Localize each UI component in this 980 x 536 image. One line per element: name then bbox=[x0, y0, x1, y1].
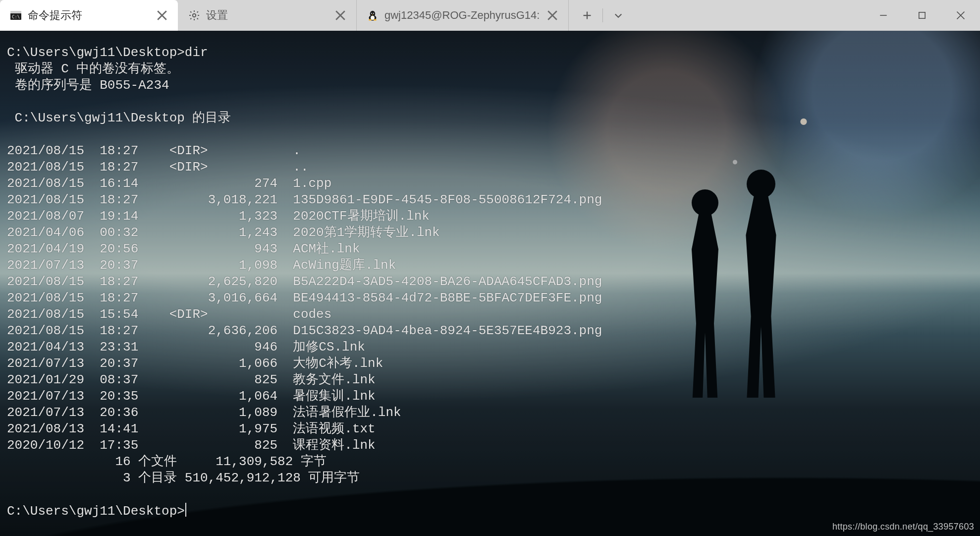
tab-label: 命令提示符 bbox=[28, 8, 149, 23]
svg-text:C:\: C:\ bbox=[12, 14, 20, 19]
close-icon[interactable] bbox=[545, 8, 559, 22]
cmd-icon: C:\ bbox=[10, 9, 22, 21]
gear-icon bbox=[188, 9, 200, 21]
terminal[interactable]: C:\Users\gwj11\Desktop>dir 驱动器 C 中的卷没有标签… bbox=[0, 31, 980, 536]
cursor bbox=[185, 503, 186, 517]
titlebar: C:\ 命令提示符 设置 gwj12345@ROG-ZephyrusG14: bbox=[0, 0, 980, 31]
new-tab-button[interactable] bbox=[575, 3, 599, 27]
minimize-button[interactable] bbox=[864, 0, 903, 31]
titlebar-drag-area[interactable] bbox=[631, 0, 864, 31]
svg-point-3 bbox=[193, 14, 196, 17]
tab-label: gwj12345@ROG-ZephyrusG14: bbox=[384, 9, 540, 22]
svg-point-10 bbox=[374, 13, 374, 14]
close-icon[interactable] bbox=[333, 8, 347, 22]
svg-rect-1 bbox=[10, 11, 21, 13]
watermark: https://blog.csdn.net/qq_33957603 bbox=[832, 522, 974, 532]
svg-rect-13 bbox=[919, 12, 925, 18]
maximize-button[interactable] bbox=[903, 0, 941, 31]
svg-point-9 bbox=[372, 13, 372, 14]
close-icon[interactable] bbox=[155, 8, 169, 22]
window-controls bbox=[864, 0, 980, 31]
close-window-button[interactable] bbox=[941, 0, 980, 31]
tab-settings[interactable]: 设置 bbox=[178, 0, 357, 31]
tab-cmd[interactable]: C:\ 命令提示符 bbox=[0, 0, 178, 31]
tab-label: 设置 bbox=[206, 8, 327, 23]
svg-point-12 bbox=[374, 19, 377, 20]
tab-dropdown-button[interactable] bbox=[606, 3, 631, 27]
tux-icon bbox=[367, 9, 379, 21]
tab-actions bbox=[569, 0, 631, 31]
divider bbox=[602, 8, 603, 22]
svg-point-11 bbox=[369, 19, 372, 20]
tab-strip: C:\ 命令提示符 设置 gwj12345@ROG-ZephyrusG14: bbox=[0, 0, 569, 31]
terminal-output: C:\Users\gwj11\Desktop>dir 驱动器 C 中的卷没有标签… bbox=[0, 31, 980, 525]
tab-wsl[interactable]: gwj12345@ROG-ZephyrusG14: bbox=[357, 0, 569, 31]
